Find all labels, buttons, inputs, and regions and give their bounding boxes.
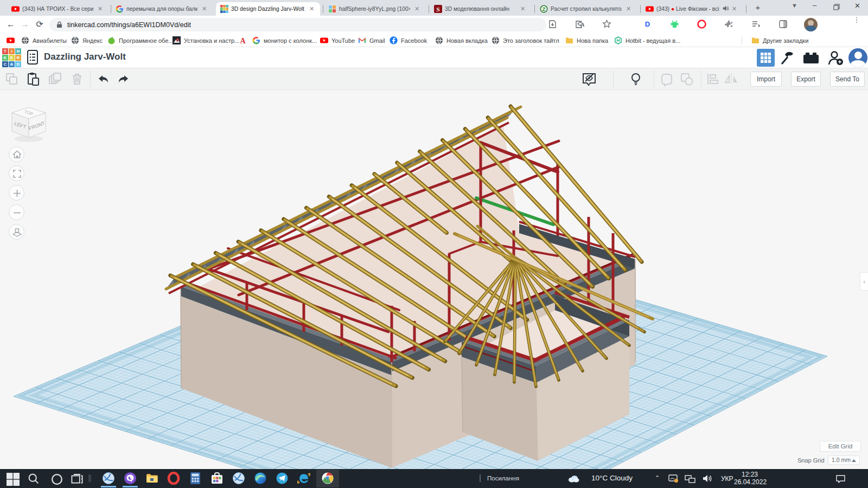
svg-text:D: D bbox=[645, 20, 650, 28]
svg-text:A: A bbox=[240, 37, 246, 45]
svg-text:S: S bbox=[436, 6, 439, 12]
svg-text:Z: Z bbox=[542, 7, 546, 12]
